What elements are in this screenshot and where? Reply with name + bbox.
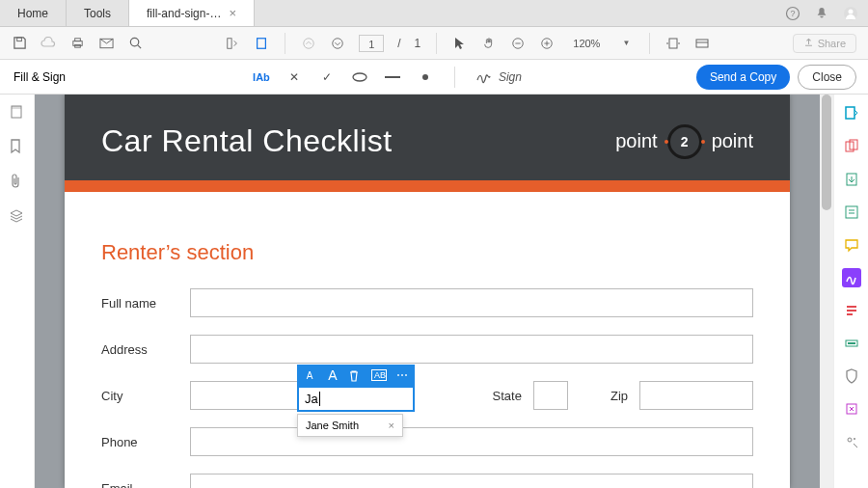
row-address: Address <box>101 335 753 364</box>
svg-point-42 <box>854 438 855 440</box>
page-up-icon[interactable] <box>301 36 316 51</box>
editor-toolbar: A A AB ⋯ <box>297 365 415 386</box>
vertical-scrollbar[interactable] <box>820 95 833 488</box>
svg-point-41 <box>848 438 852 442</box>
form-body: Renter’s section Full name Address City … <box>65 192 790 488</box>
profile-icon[interactable] <box>843 6 858 21</box>
compress-icon[interactable] <box>842 399 861 419</box>
organize-icon[interactable] <box>842 301 861 320</box>
send-copy-button[interactable]: Send a Copy <box>696 65 790 90</box>
svg-rect-11 <box>228 38 231 48</box>
sign-button[interactable]: Sign <box>476 70 522 84</box>
label-email: Email <box>101 481 178 489</box>
dot-tool-icon[interactable] <box>418 69 433 85</box>
more-tools-icon[interactable] <box>842 432 861 451</box>
x-mark-icon[interactable]: ✕ <box>286 69 302 85</box>
pointer-icon[interactable] <box>452 36 468 51</box>
row-city: City State Zip <box>101 381 753 410</box>
export-icon[interactable] <box>842 170 861 189</box>
suggestion-close-icon[interactable]: × <box>389 420 394 431</box>
thumbnails-icon[interactable] <box>9 104 26 122</box>
pdf-page: Car Rental Checklist point 2 point Rente… <box>65 95 790 488</box>
page-fit-icon[interactable] <box>225 36 240 51</box>
help-icon[interactable]: ? <box>785 6 800 21</box>
read-mode-icon[interactable] <box>694 36 710 51</box>
text-input[interactable]: Ja <box>297 386 415 412</box>
delete-icon[interactable] <box>348 369 364 382</box>
bookmark-icon[interactable] <box>9 139 26 156</box>
attachment-icon[interactable] <box>9 174 26 191</box>
fit-width-icon[interactable] <box>665 36 681 51</box>
field-address[interactable] <box>190 335 753 364</box>
field-fullname[interactable] <box>190 288 753 317</box>
cloud-icon[interactable] <box>41 36 56 51</box>
svg-line-10 <box>137 45 140 48</box>
zoom-in-icon[interactable] <box>539 36 555 51</box>
page-total: 1 <box>415 37 421 50</box>
comb-button[interactable]: AB <box>371 369 387 381</box>
workspace: Car Rental Checklist point 2 point Rente… <box>0 95 868 488</box>
brand-logo: point 2 point <box>615 124 753 159</box>
label-state: State <box>493 389 522 403</box>
chevron-down-icon[interactable]: ▼ <box>618 36 634 51</box>
svg-point-3 <box>849 9 854 14</box>
share-button[interactable]: Share <box>793 34 856 53</box>
font-large-button[interactable]: A <box>325 367 340 383</box>
zoom-out-icon[interactable] <box>510 36 526 51</box>
brand-text-left: point <box>615 130 657 152</box>
label-address: Address <box>101 342 178 357</box>
share-label: Share <box>818 38 846 49</box>
text-field-editor: A A AB ⋯ Ja Jane Smith × <box>297 365 415 412</box>
field-state[interactable] <box>533 381 568 410</box>
svg-point-23 <box>353 73 366 81</box>
zoom-level[interactable]: 120% <box>568 36 605 51</box>
svg-point-14 <box>333 38 343 48</box>
signature-icon <box>476 70 494 84</box>
accent-bar <box>65 180 790 192</box>
layers-icon[interactable] <box>9 208 26 226</box>
tab-home[interactable]: Home <box>0 0 67 26</box>
circle-tool-icon[interactable] <box>352 69 367 85</box>
tab-file[interactable]: fill-and-sign-form… × <box>129 0 255 26</box>
autofill-suggestion[interactable]: Jane Smith × <box>297 414 403 437</box>
row-phone: Phone <box>101 427 753 456</box>
more-icon[interactable]: ⋯ <box>394 368 410 382</box>
check-mark-icon[interactable]: ✓ <box>319 69 335 85</box>
text-tool-icon[interactable]: IAb <box>254 69 269 85</box>
search-icon[interactable] <box>127 36 143 51</box>
page-thumb-icon[interactable] <box>254 36 269 51</box>
svg-rect-12 <box>258 38 266 48</box>
create-pdf-icon[interactable] <box>842 104 861 123</box>
document-canvas[interactable]: Car Rental Checklist point 2 point Rente… <box>35 95 820 488</box>
combine-icon[interactable] <box>842 137 861 156</box>
field-zip[interactable] <box>639 381 753 410</box>
mail-icon[interactable] <box>98 36 114 51</box>
right-rail <box>833 95 868 488</box>
bell-icon[interactable] <box>814 6 829 21</box>
suggestion-text: Jane Smith <box>306 420 359 431</box>
comment-icon[interactable] <box>842 235 861 255</box>
label-zip: Zip <box>610 389 628 403</box>
redact-icon[interactable] <box>842 334 861 353</box>
save-icon[interactable] <box>12 36 27 51</box>
close-icon[interactable]: × <box>229 6 236 20</box>
close-button[interactable]: Close <box>798 65 856 90</box>
page-down-icon[interactable] <box>330 36 345 51</box>
page-number-input[interactable]: 1 <box>359 35 384 52</box>
hand-icon[interactable] <box>481 36 497 51</box>
protect-icon[interactable] <box>842 366 861 386</box>
tab-bar: Home Tools fill-and-sign-form… × ? <box>0 0 868 27</box>
edit-pdf-icon[interactable] <box>842 203 861 222</box>
scroll-thumb[interactable] <box>822 95 831 210</box>
fillsign-icon[interactable] <box>842 268 861 287</box>
tab-tools[interactable]: Tools <box>67 0 129 26</box>
svg-point-25 <box>422 74 428 80</box>
row-email: Email <box>101 474 753 488</box>
section-title: Renter’s section <box>101 240 753 265</box>
line-tool-icon[interactable] <box>385 69 400 85</box>
font-small-button[interactable]: A <box>302 370 317 381</box>
print-icon[interactable] <box>69 36 85 51</box>
field-email[interactable] <box>190 474 753 488</box>
field-phone[interactable] <box>190 427 753 456</box>
svg-rect-28 <box>846 107 854 119</box>
